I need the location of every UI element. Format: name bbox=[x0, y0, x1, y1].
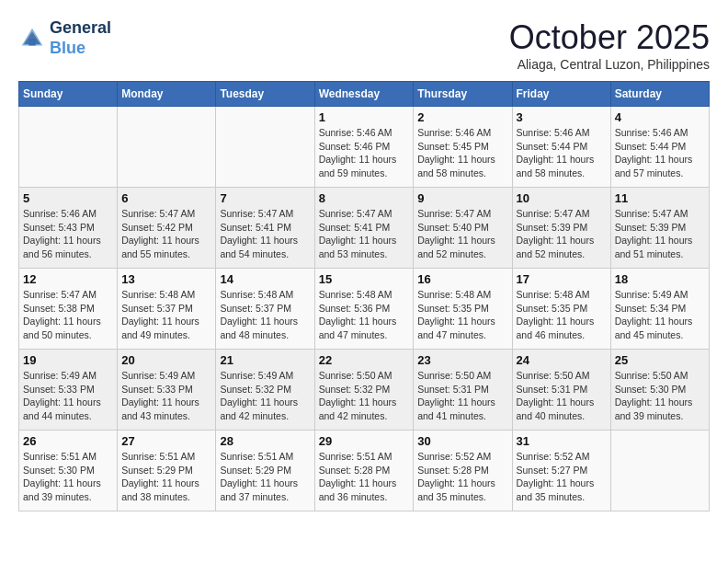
day-info: Sunrise: 5:48 AM Sunset: 5:37 PM Dayligh… bbox=[121, 288, 211, 342]
day-info: Sunrise: 5:49 AM Sunset: 5:32 PM Dayligh… bbox=[220, 369, 310, 423]
day-info: Sunrise: 5:50 AM Sunset: 5:32 PM Dayligh… bbox=[319, 369, 410, 423]
calendar-cell: 7Sunrise: 5:47 AM Sunset: 5:41 PM Daylig… bbox=[216, 188, 314, 269]
day-info: Sunrise: 5:51 AM Sunset: 5:30 PM Dayligh… bbox=[23, 450, 113, 504]
calendar-cell: 18Sunrise: 5:49 AM Sunset: 5:34 PM Dayli… bbox=[610, 269, 709, 350]
calendar-cell: 15Sunrise: 5:48 AM Sunset: 5:36 PM Dayli… bbox=[314, 269, 414, 350]
calendar-body: 1Sunrise: 5:46 AM Sunset: 5:46 PM Daylig… bbox=[19, 107, 710, 511]
calendar-cell: 17Sunrise: 5:48 AM Sunset: 5:35 PM Dayli… bbox=[512, 269, 610, 350]
calendar-week-4: 19Sunrise: 5:49 AM Sunset: 5:33 PM Dayli… bbox=[19, 350, 710, 431]
calendar-cell bbox=[19, 107, 118, 188]
day-number: 26 bbox=[23, 434, 113, 448]
calendar-cell: 29Sunrise: 5:51 AM Sunset: 5:28 PM Dayli… bbox=[314, 431, 414, 511]
calendar-cell bbox=[610, 431, 709, 511]
day-number: 28 bbox=[220, 434, 310, 448]
day-number: 4 bbox=[615, 110, 705, 124]
day-info: Sunrise: 5:51 AM Sunset: 5:29 PM Dayligh… bbox=[220, 450, 310, 504]
day-number: 24 bbox=[517, 353, 607, 367]
day-info: Sunrise: 5:50 AM Sunset: 5:31 PM Dayligh… bbox=[517, 369, 607, 423]
day-number: 1 bbox=[319, 110, 410, 124]
calendar-cell bbox=[216, 107, 314, 188]
calendar-cell: 28Sunrise: 5:51 AM Sunset: 5:29 PM Dayli… bbox=[216, 431, 314, 511]
day-number: 10 bbox=[517, 191, 607, 205]
day-info: Sunrise: 5:50 AM Sunset: 5:30 PM Dayligh… bbox=[615, 369, 705, 423]
calendar-cell: 20Sunrise: 5:49 AM Sunset: 5:33 PM Dayli… bbox=[118, 350, 216, 431]
day-info: Sunrise: 5:47 AM Sunset: 5:38 PM Dayligh… bbox=[23, 288, 113, 342]
day-info: Sunrise: 5:51 AM Sunset: 5:28 PM Dayligh… bbox=[319, 450, 410, 504]
weekday-header-sunday: Sunday bbox=[19, 82, 118, 107]
day-number: 18 bbox=[615, 272, 705, 286]
calendar-cell: 6Sunrise: 5:47 AM Sunset: 5:42 PM Daylig… bbox=[118, 188, 216, 269]
day-number: 23 bbox=[417, 353, 507, 367]
day-info: Sunrise: 5:47 AM Sunset: 5:39 PM Dayligh… bbox=[517, 207, 607, 261]
day-number: 15 bbox=[319, 272, 410, 286]
day-info: Sunrise: 5:50 AM Sunset: 5:31 PM Dayligh… bbox=[417, 369, 507, 423]
calendar-cell: 19Sunrise: 5:49 AM Sunset: 5:33 PM Dayli… bbox=[19, 350, 118, 431]
calendar-cell: 24Sunrise: 5:50 AM Sunset: 5:31 PM Dayli… bbox=[512, 350, 610, 431]
day-info: Sunrise: 5:51 AM Sunset: 5:29 PM Dayligh… bbox=[121, 450, 211, 504]
day-info: Sunrise: 5:47 AM Sunset: 5:41 PM Dayligh… bbox=[220, 207, 310, 261]
day-info: Sunrise: 5:48 AM Sunset: 5:35 PM Dayligh… bbox=[517, 288, 607, 342]
location: Aliaga, Central Luzon, Philippines bbox=[509, 57, 710, 72]
calendar-cell: 22Sunrise: 5:50 AM Sunset: 5:32 PM Dayli… bbox=[314, 350, 414, 431]
day-number: 2 bbox=[417, 110, 507, 124]
weekday-header-thursday: Thursday bbox=[414, 82, 512, 107]
weekday-header-tuesday: Tuesday bbox=[216, 82, 314, 107]
day-info: Sunrise: 5:49 AM Sunset: 5:33 PM Dayligh… bbox=[121, 369, 211, 423]
logo-icon bbox=[18, 25, 46, 52]
day-number: 17 bbox=[517, 272, 607, 286]
day-number: 25 bbox=[615, 353, 705, 367]
day-number: 11 bbox=[615, 191, 705, 205]
calendar-cell: 25Sunrise: 5:50 AM Sunset: 5:30 PM Dayli… bbox=[610, 350, 709, 431]
calendar-cell: 26Sunrise: 5:51 AM Sunset: 5:30 PM Dayli… bbox=[19, 431, 118, 511]
calendar-cell: 13Sunrise: 5:48 AM Sunset: 5:37 PM Dayli… bbox=[118, 269, 216, 350]
calendar-week-5: 26Sunrise: 5:51 AM Sunset: 5:30 PM Dayli… bbox=[19, 431, 710, 511]
day-number: 29 bbox=[319, 434, 410, 448]
logo-line1: General bbox=[50, 18, 111, 39]
day-info: Sunrise: 5:47 AM Sunset: 5:42 PM Dayligh… bbox=[121, 207, 211, 261]
calendar-cell: 1Sunrise: 5:46 AM Sunset: 5:46 PM Daylig… bbox=[314, 107, 414, 188]
day-number: 31 bbox=[517, 434, 607, 448]
day-number: 21 bbox=[220, 353, 310, 367]
calendar-cell: 23Sunrise: 5:50 AM Sunset: 5:31 PM Dayli… bbox=[414, 350, 512, 431]
day-number: 3 bbox=[517, 110, 607, 124]
day-info: Sunrise: 5:52 AM Sunset: 5:28 PM Dayligh… bbox=[417, 450, 507, 504]
day-info: Sunrise: 5:46 AM Sunset: 5:44 PM Dayligh… bbox=[615, 126, 705, 180]
day-info: Sunrise: 5:46 AM Sunset: 5:43 PM Dayligh… bbox=[23, 207, 113, 261]
calendar-cell: 11Sunrise: 5:47 AM Sunset: 5:39 PM Dayli… bbox=[610, 188, 709, 269]
day-info: Sunrise: 5:46 AM Sunset: 5:44 PM Dayligh… bbox=[517, 126, 607, 180]
calendar-cell: 3Sunrise: 5:46 AM Sunset: 5:44 PM Daylig… bbox=[512, 107, 610, 188]
day-info: Sunrise: 5:46 AM Sunset: 5:45 PM Dayligh… bbox=[417, 126, 507, 180]
calendar-cell: 31Sunrise: 5:52 AM Sunset: 5:27 PM Dayli… bbox=[512, 431, 610, 511]
day-number: 16 bbox=[417, 272, 507, 286]
day-info: Sunrise: 5:47 AM Sunset: 5:39 PM Dayligh… bbox=[615, 207, 705, 261]
weekday-header-friday: Friday bbox=[512, 82, 610, 107]
weekday-header-wednesday: Wednesday bbox=[314, 82, 414, 107]
calendar-week-1: 1Sunrise: 5:46 AM Sunset: 5:46 PM Daylig… bbox=[19, 107, 710, 188]
day-number: 27 bbox=[121, 434, 211, 448]
calendar-cell: 10Sunrise: 5:47 AM Sunset: 5:39 PM Dayli… bbox=[512, 188, 610, 269]
weekday-header-saturday: Saturday bbox=[610, 82, 709, 107]
svg-rect-3 bbox=[28, 39, 36, 46]
day-info: Sunrise: 5:46 AM Sunset: 5:46 PM Dayligh… bbox=[319, 126, 410, 180]
day-info: Sunrise: 5:47 AM Sunset: 5:41 PM Dayligh… bbox=[319, 207, 410, 261]
day-info: Sunrise: 5:47 AM Sunset: 5:40 PM Dayligh… bbox=[417, 207, 507, 261]
calendar-cell: 5Sunrise: 5:46 AM Sunset: 5:43 PM Daylig… bbox=[19, 188, 118, 269]
day-number: 22 bbox=[319, 353, 410, 367]
logo-line2: Blue bbox=[50, 39, 111, 59]
calendar-week-3: 12Sunrise: 5:47 AM Sunset: 5:38 PM Dayli… bbox=[19, 269, 710, 350]
calendar-cell: 21Sunrise: 5:49 AM Sunset: 5:32 PM Dayli… bbox=[216, 350, 314, 431]
day-number: 8 bbox=[319, 191, 410, 205]
weekday-header-monday: Monday bbox=[118, 82, 216, 107]
calendar-table: SundayMondayTuesdayWednesdayThursdayFrid… bbox=[18, 81, 710, 511]
day-number: 5 bbox=[23, 191, 113, 205]
calendar-cell: 27Sunrise: 5:51 AM Sunset: 5:29 PM Dayli… bbox=[118, 431, 216, 511]
calendar-week-2: 5Sunrise: 5:46 AM Sunset: 5:43 PM Daylig… bbox=[19, 188, 710, 269]
title-block: October 2025 Aliaga, Central Luzon, Phil… bbox=[509, 18, 710, 72]
day-number: 30 bbox=[417, 434, 507, 448]
calendar-cell: 16Sunrise: 5:48 AM Sunset: 5:35 PM Dayli… bbox=[414, 269, 512, 350]
calendar-cell: 30Sunrise: 5:52 AM Sunset: 5:28 PM Dayli… bbox=[414, 431, 512, 511]
day-number: 6 bbox=[121, 191, 211, 205]
calendar-cell: 12Sunrise: 5:47 AM Sunset: 5:38 PM Dayli… bbox=[19, 269, 118, 350]
day-info: Sunrise: 5:48 AM Sunset: 5:36 PM Dayligh… bbox=[319, 288, 410, 342]
day-number: 20 bbox=[121, 353, 211, 367]
